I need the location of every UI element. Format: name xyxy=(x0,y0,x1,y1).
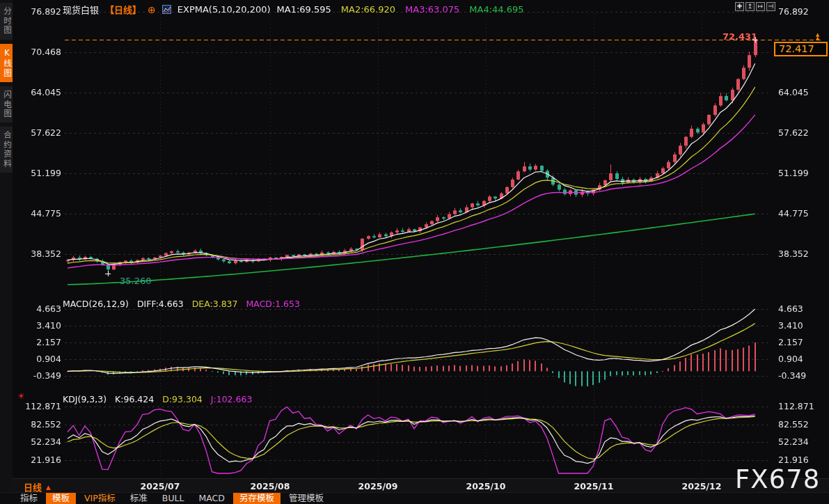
chart-app: 分时图K线图闪电图合约资料 现货白银 【日线】 ⊕ EXPMA(5,10,20,… xyxy=(0,0,829,504)
price-axis-label: 57.622 xyxy=(778,127,827,138)
chart-type-sidebar: 分时图K线图闪电图合约资料 xyxy=(0,0,13,504)
price-axis-label: 76.892 xyxy=(778,6,827,17)
macd-diff-value: DIFF:4.663 xyxy=(137,299,184,309)
toolbar-item-7[interactable]: 另存模板 xyxy=(233,493,281,504)
low-price-annotation: 35.260 xyxy=(120,276,152,286)
price-axis-label: 51.199 xyxy=(778,168,827,178)
macd-dea-value: DEA:3.837 xyxy=(192,299,238,309)
kdj-axis-label: 112.871 xyxy=(14,401,61,411)
x-axis-month-label: 2025/09 xyxy=(358,481,398,491)
expand-up-icon[interactable]: ↥ xyxy=(745,2,755,11)
kdj-axis-label: 21.916 xyxy=(778,455,827,465)
macd-axis-label: 2.157 xyxy=(778,337,827,347)
price-axis-label: 64.045 xyxy=(14,87,61,97)
period-tag: 【日线】 xyxy=(105,3,141,16)
kdj-axis-label: 82.552 xyxy=(14,419,61,430)
add-indicator-icon[interactable]: ⊕ xyxy=(148,4,156,15)
price-axis-label: 76.892 xyxy=(14,6,61,17)
symbol-name: 现货白银 xyxy=(63,3,99,16)
kdj-axis-label: 52.234 xyxy=(778,436,827,447)
toolbar-item-5[interactable]: BULL xyxy=(156,493,191,504)
ma-value-4: MA4:44.695 xyxy=(469,4,523,15)
kdj-k-value: K:96.424 xyxy=(115,394,154,404)
ma-value-2: MA2:66.920 xyxy=(341,4,395,15)
kdj-title: KDJ(9,3,3) xyxy=(63,394,106,404)
toolbar-item-6[interactable]: MACD xyxy=(192,493,230,504)
price-axis-label: 64.045 xyxy=(778,87,827,97)
macd-macd-value: MACD:1.653 xyxy=(246,299,300,309)
collapse-right-icon[interactable]: ⊣ xyxy=(766,2,775,11)
price-axis-label: 57.622 xyxy=(14,127,61,138)
kdj-axis-label: 21.916 xyxy=(14,455,61,465)
price-axis-label: 38.352 xyxy=(778,249,827,259)
x-axis-month-label: 2025/07 xyxy=(141,481,180,491)
x-axis-month-label: 2025/12 xyxy=(682,481,722,491)
macd-axis-label: 4.663 xyxy=(14,304,61,314)
watermark: FX678 xyxy=(735,464,820,494)
kdj-j-value: J:102.663 xyxy=(211,394,253,404)
macd-axis-label: 3.410 xyxy=(14,320,61,331)
expand-right-icon[interactable]: ↦ xyxy=(756,2,765,11)
triangle-up-icon: ▲ xyxy=(816,37,819,40)
macd-axis-label: 2.157 xyxy=(14,337,61,347)
price-axis-label: 38.352 xyxy=(14,249,61,259)
kdj-axis-label: 112.871 xyxy=(778,401,827,411)
sidebar-tab-2[interactable]: K线图 xyxy=(0,44,13,82)
macd-axis-label: 4.663 xyxy=(778,304,827,314)
bottom-toolbar: 指标模板VIP指标标准BULLMACD另存模板管理模板 xyxy=(0,492,829,504)
ma-value-3: MA3:63.075 xyxy=(405,4,459,15)
sidebar-tab-3[interactable]: 闪电图 xyxy=(0,86,13,123)
macd-axis-label: -0.349 xyxy=(14,370,61,381)
kdj-axis-label: 52.234 xyxy=(14,436,61,447)
price-axis-label: 70.468 xyxy=(14,47,61,57)
ma-value-1: MA1:69.595 xyxy=(277,4,331,15)
toolbar-item-4[interactable]: 标准 xyxy=(124,493,154,504)
ma-values: MA1:69.595MA2:66.920MA3:63.075MA4:44.695 xyxy=(277,4,524,15)
price-axis-label: 44.775 xyxy=(14,208,61,219)
indicator-icon[interactable] xyxy=(162,5,171,14)
macd-header[interactable]: MACD(26,12,9) DIFF:4.663 DEA:3.837 MACD:… xyxy=(63,299,300,309)
kdj-header[interactable]: KDJ(9,3,3) K:96.424 D:93.304 J:102.663 xyxy=(63,394,252,404)
sidebar-tab-1[interactable]: 分时图 xyxy=(0,3,13,40)
indicator-label: EXPMA(5,10,20,200) xyxy=(177,4,271,15)
toolbar-item-3[interactable]: VIP指标 xyxy=(78,493,122,504)
pan-move-icon[interactable]: ✚ xyxy=(735,2,744,11)
macd-axis-label: 0.904 xyxy=(14,354,61,364)
chart-layout-icons: ✚↥↦⊣ xyxy=(735,2,775,11)
toolbar-item-8[interactable]: 管理模板 xyxy=(283,493,330,504)
x-axis-row: 日线 ▲ 2025/072025/082025/092025/102025/11… xyxy=(0,478,829,492)
x-axis-month-label: 2025/11 xyxy=(574,481,614,491)
price-axis-label: 44.775 xyxy=(778,208,827,219)
current-price-tag: 72.417 xyxy=(774,42,828,56)
toolbar-item-2[interactable]: 模板 xyxy=(46,493,76,504)
toolbar-item-1[interactable]: 指标 xyxy=(14,493,44,504)
x-axis-month-label: 2025/10 xyxy=(466,481,506,491)
macd-title: MACD(26,12,9) xyxy=(63,299,129,309)
macd-axis-label: -0.349 xyxy=(778,370,827,381)
kdj-axis-label: 82.552 xyxy=(778,419,827,430)
sidebar-tab-4[interactable]: 合约资料 xyxy=(0,127,13,173)
alert-icon[interactable]: ☀ xyxy=(17,391,25,401)
x-axis-month-label: 2025/08 xyxy=(251,481,290,491)
chart-canvas[interactable] xyxy=(0,0,829,504)
chart-header: 现货白银 【日线】 ⊕ EXPMA(5,10,20,200) MA1:69.59… xyxy=(63,3,524,16)
price-axis-label: 51.199 xyxy=(14,168,61,178)
kdj-d-value: D:93.304 xyxy=(162,394,203,404)
triangle-up-icon: ▲ xyxy=(46,484,51,491)
price-line-marker-icon[interactable]: ▲ ▲ xyxy=(816,33,819,40)
macd-axis-label: 3.410 xyxy=(778,320,827,331)
macd-axis-label: 0.904 xyxy=(778,354,827,364)
high-price-annotation: 72.431 xyxy=(723,31,757,42)
